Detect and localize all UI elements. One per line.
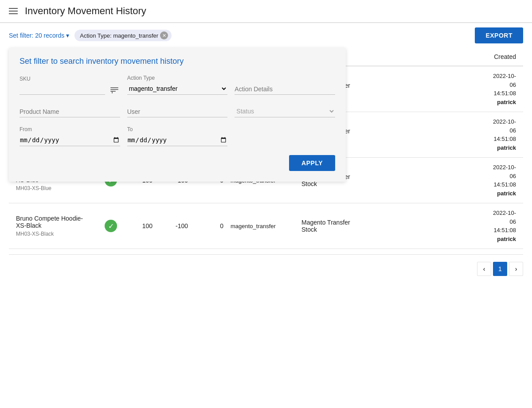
export-button[interactable]: EXPORT xyxy=(475,27,523,43)
filter-row-2: Status Active Inactive xyxy=(20,104,335,117)
action-type-select[interactable]: magento_transfer manual import xyxy=(127,83,228,95)
type-cell: magento_transfer xyxy=(231,223,301,229)
status-select[interactable]: Status Active Inactive xyxy=(235,105,335,117)
product-name-field xyxy=(20,105,120,117)
filter-actions: APPLY xyxy=(20,155,335,171)
action-details-input[interactable] xyxy=(235,84,335,95)
chevron-down-icon: ▾ xyxy=(66,32,69,39)
created-cell: 2022-10-0614:51:08patrick xyxy=(461,209,523,243)
pagination: ‹ 1 › xyxy=(0,255,532,283)
action-type-label: Action Type xyxy=(127,75,228,81)
toolbar: Set filter: 20 records ▾ Action Type: ma… xyxy=(0,23,532,48)
app-header: Inventory Movement History xyxy=(0,0,532,23)
col-header-created: Created xyxy=(461,53,523,60)
to-date-input[interactable] xyxy=(127,134,228,146)
filter-link[interactable]: Set filter: 20 records ▾ xyxy=(9,32,69,39)
filter-panel-title: Set filter to search inventory movement … xyxy=(20,57,335,66)
result-cell: 0 xyxy=(195,222,231,229)
sku-field: SKU xyxy=(20,76,120,95)
table-row: Bruno Compete Hoodie-XS-Black MH03-XS-Bl… xyxy=(9,203,523,249)
to-date-field: To xyxy=(127,126,228,146)
status-cell: ✓ xyxy=(98,220,124,232)
to-label: To xyxy=(127,126,228,132)
user-input[interactable] xyxy=(127,106,228,117)
svg-rect-3 xyxy=(112,91,113,93)
sku-icon-button[interactable] xyxy=(109,87,120,95)
svg-rect-1 xyxy=(110,89,118,90)
apply-button[interactable]: APPLY xyxy=(289,155,335,171)
action-details-field xyxy=(235,82,335,95)
product-sku: MH03-XS-Blue xyxy=(16,185,90,191)
action-type-field: Action Type magento_transfer manual impo… xyxy=(127,75,228,95)
product-cell: Bruno Compete Hoodie-XS-Black MH03-XS-Bl… xyxy=(9,215,98,237)
from-label: From xyxy=(20,126,120,132)
product-sku: MH03-XS-Black xyxy=(16,231,90,237)
filter-chip: Action Type: magento_transfer ✕ xyxy=(74,30,172,41)
status-check-icon: ✓ xyxy=(105,220,117,232)
main-content: Product Name Qty Change Result Action Ty… xyxy=(0,48,532,255)
product-name-input[interactable] xyxy=(20,106,120,117)
details-cell: Magento TransferStock xyxy=(301,219,461,233)
filter-panel: Set filter to search inventory movement … xyxy=(9,48,346,182)
next-page-button[interactable]: › xyxy=(509,262,523,276)
product-name: Bruno Compete Hoodie-XS-Black xyxy=(16,215,90,229)
created-cell: 2022-10-0614:51:08patrick xyxy=(461,72,523,106)
page-1-button[interactable]: 1 xyxy=(493,262,507,276)
chip-close-button[interactable]: ✕ xyxy=(160,31,168,39)
change-cell: -100 xyxy=(160,222,195,229)
from-date-field: From xyxy=(20,126,120,146)
svg-rect-0 xyxy=(110,87,118,88)
hamburger-icon[interactable] xyxy=(9,6,18,16)
qty-cell: 100 xyxy=(124,222,160,229)
svg-rect-2 xyxy=(110,91,116,92)
filter-row-3: From To xyxy=(20,126,335,146)
status-field: Status Active Inactive xyxy=(235,104,335,117)
created-cell: 2022-10-0614:51:08patrick xyxy=(461,163,523,198)
sku-input[interactable] xyxy=(20,84,105,95)
created-cell: 2022-10-0614:51:08patrick xyxy=(461,117,523,152)
sku-label: SKU xyxy=(20,76,120,82)
prev-page-button[interactable]: ‹ xyxy=(477,262,491,276)
page-title: Inventory Movement History xyxy=(25,5,146,17)
user-field xyxy=(127,105,228,117)
filter-row-1: SKU Action Type magen xyxy=(20,75,335,95)
from-date-input[interactable] xyxy=(20,134,120,146)
